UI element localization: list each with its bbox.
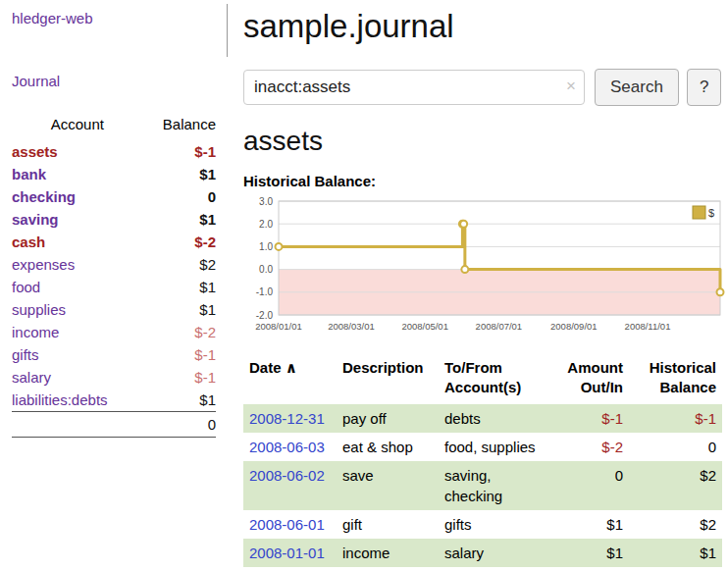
account-row-assets: assets $-1 xyxy=(12,140,216,163)
account-link-bank[interactable]: bank xyxy=(12,166,46,182)
transaction-description: eat & shop xyxy=(337,433,439,461)
transaction-balance: $2 xyxy=(629,461,722,510)
column-header-date[interactable]: Date ∧ xyxy=(243,356,337,404)
svg-text:2.0: 2.0 xyxy=(259,219,273,230)
register-table: Date ∧ Description To/From Account(s) Am… xyxy=(243,356,722,567)
account-link-assets[interactable]: assets xyxy=(12,143,58,160)
balance-column-header: Balance xyxy=(143,113,216,140)
transaction-accounts: salary xyxy=(439,539,554,567)
accounts-total-row: 0 xyxy=(12,412,216,438)
svg-text:2008/09/01: 2008/09/01 xyxy=(550,321,598,332)
account-link-expenses[interactable]: expenses xyxy=(12,256,75,273)
transaction-balance: $-1 xyxy=(629,404,722,433)
svg-text:2008/11/01: 2008/11/01 xyxy=(625,321,671,332)
svg-text:$: $ xyxy=(708,207,714,219)
account-link-saving[interactable]: saving xyxy=(12,211,59,228)
transaction-date-link[interactable]: 2008-06-03 xyxy=(249,439,325,455)
svg-text:2008/07/01: 2008/07/01 xyxy=(476,321,523,332)
transaction-accounts: food, supplies xyxy=(439,433,554,461)
account-link-salary[interactable]: salary xyxy=(12,369,51,386)
clear-search-icon[interactable]: × xyxy=(566,77,576,96)
transaction-amount: $-1 xyxy=(554,404,629,433)
account-balance: 0 xyxy=(143,185,216,208)
register-row: 2008-12-31 pay off debts $-1 $-1 xyxy=(243,404,722,433)
account-link-food[interactable]: food xyxy=(12,279,40,295)
sidebar-item-journal[interactable]: Journal xyxy=(12,73,216,89)
svg-text:2008/03/01: 2008/03/01 xyxy=(328,321,375,332)
account-balance: $2 xyxy=(143,253,216,276)
search-form: × Search ? xyxy=(243,69,722,106)
account-row-liabilities-debts: liabilities:debts $1 xyxy=(12,389,216,412)
register-row: 2008-06-02 save saving, checking 0 $2 xyxy=(243,461,722,510)
transaction-description: gift xyxy=(337,510,439,539)
account-row-supplies: supplies $1 xyxy=(12,298,216,321)
transaction-balance: $1 xyxy=(629,539,722,567)
transaction-accounts: debts xyxy=(439,404,554,433)
svg-text:2008/01/01: 2008/01/01 xyxy=(255,321,302,332)
accounts-table: Account Balance assets $-1 bank $1 check… xyxy=(12,113,216,438)
transaction-balance: $2 xyxy=(629,510,722,539)
account-balance: $1 xyxy=(143,208,216,231)
search-box: × xyxy=(243,70,585,105)
account-link-cash[interactable]: cash xyxy=(12,234,45,250)
help-button[interactable]: ? xyxy=(687,69,721,106)
sort-ascending-icon: ∧ xyxy=(286,359,297,376)
account-link-gifts[interactable]: gifts xyxy=(12,346,39,363)
transaction-date-link[interactable]: 2008-12-31 xyxy=(249,410,325,427)
account-link-income[interactable]: income xyxy=(12,324,59,340)
accounts-total-value: 0 xyxy=(143,412,216,438)
account-row-income: income $-2 xyxy=(12,321,216,343)
svg-text:0.0: 0.0 xyxy=(259,264,273,275)
accounts-table-header: Account Balance xyxy=(12,113,216,140)
transaction-description: save xyxy=(337,461,439,510)
search-button[interactable]: Search xyxy=(595,69,679,106)
sidebar: hledger-web Journal Account Balance asse… xyxy=(0,0,228,447)
transaction-description: income xyxy=(337,539,439,567)
transaction-date-link[interactable]: 2008-06-02 xyxy=(249,467,325,484)
transaction-accounts: gifts xyxy=(439,510,554,539)
search-input[interactable] xyxy=(243,70,585,105)
transaction-description: pay off xyxy=(337,404,439,433)
sidebar-divider xyxy=(227,4,228,57)
column-header-description: Description xyxy=(337,356,439,404)
account-row-food: food $1 xyxy=(12,276,216,298)
account-row-bank: bank $1 xyxy=(12,163,216,185)
transaction-amount: $-2 xyxy=(554,433,629,461)
column-header-balance: Historical Balance xyxy=(629,356,722,404)
account-link-supplies[interactable]: supplies xyxy=(12,301,66,318)
app-title-link[interactable]: hledger-web xyxy=(12,10,93,26)
main-content: sample.journal × Search ? assets Histori… xyxy=(243,0,722,567)
transaction-date-link[interactable]: 2008-06-01 xyxy=(249,516,325,533)
account-link-checking[interactable]: checking xyxy=(12,188,76,205)
account-row-gifts: gifts $-1 xyxy=(12,343,216,366)
transaction-date-link[interactable]: 2008-01-01 xyxy=(249,545,325,561)
balance-chart-svg: 3.02.01.00.0-1.0-2.02008/01/012008/03/01… xyxy=(243,193,728,340)
account-row-salary: salary $-1 xyxy=(12,366,216,389)
svg-text:-1.0: -1.0 xyxy=(256,286,274,297)
date-header-label: Date xyxy=(249,359,282,376)
account-balance: $1 xyxy=(143,389,216,412)
transaction-balance: 0 xyxy=(629,433,722,461)
svg-text:1.0: 1.0 xyxy=(259,241,273,252)
register-row: 2008-06-01 gift gifts $1 $2 xyxy=(243,510,722,539)
chart-title: Historical Balance: xyxy=(243,173,722,189)
account-link-liabilities-debts[interactable]: liabilities:debts xyxy=(12,391,108,408)
column-header-amount: Amount Out/In xyxy=(554,356,629,404)
account-balance: $1 xyxy=(143,163,216,185)
svg-text:3.0: 3.0 xyxy=(259,196,273,207)
transaction-accounts: saving, checking xyxy=(439,461,554,510)
account-balance: $1 xyxy=(143,298,216,321)
account-balance: $-2 xyxy=(143,321,216,343)
column-header-accounts: To/From Account(s) xyxy=(439,356,554,404)
account-section-title: assets xyxy=(243,126,722,157)
account-balance: $-1 xyxy=(143,140,216,163)
account-row-cash: cash $-2 xyxy=(12,231,216,253)
svg-text:-2.0: -2.0 xyxy=(256,310,274,321)
account-balance: $-1 xyxy=(143,366,216,389)
account-row-saving: saving $1 xyxy=(12,208,216,231)
account-column-header: Account xyxy=(12,113,143,140)
transaction-amount: $1 xyxy=(554,510,629,539)
svg-text:2008/05/01: 2008/05/01 xyxy=(401,321,448,332)
transaction-amount: $1 xyxy=(554,539,629,567)
balance-chart: 3.02.01.00.0-1.0-2.02008/01/012008/03/01… xyxy=(243,193,728,344)
